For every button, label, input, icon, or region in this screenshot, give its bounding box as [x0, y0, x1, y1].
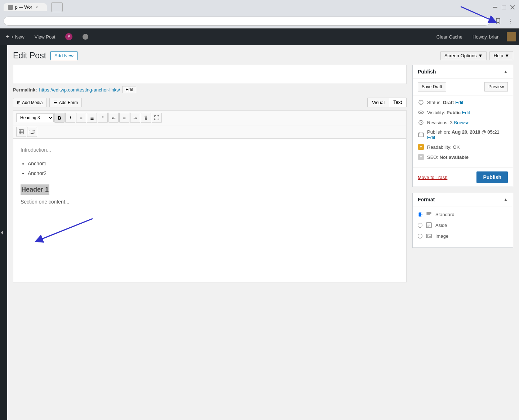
- permalink-label: Permalink:: [13, 87, 37, 93]
- table-button[interactable]: [16, 127, 26, 137]
- page-title: Edit Post: [13, 51, 46, 61]
- bookmark-icon[interactable]: [493, 16, 503, 26]
- format-image-label: Image: [435, 233, 448, 239]
- revisions-label: Revisions: 3 Browse: [427, 120, 470, 125]
- svg-rect-1: [502, 5, 506, 9]
- browser-tab[interactable]: p — Wor ×: [4, 3, 47, 11]
- svg-rect-15: [33, 130, 34, 131]
- publish-actions: Save Draft Preview: [413, 79, 513, 95]
- yoast-readability-icon: Y: [418, 144, 424, 150]
- add-media-button[interactable]: ⊞ Add Media: [13, 98, 46, 107]
- content-layout: Testing Anchor Links Permalink: https://…: [13, 65, 513, 282]
- align-center-button[interactable]: ≡: [119, 113, 129, 123]
- post-editor: Testing Anchor Links Permalink: https://…: [13, 65, 407, 282]
- svg-rect-18: [31, 132, 31, 133]
- svg-rect-20: [33, 132, 34, 133]
- new-tab-button[interactable]: [51, 2, 63, 12]
- admin-bar-view-post[interactable]: View Post: [32, 33, 58, 41]
- move-to-trash-link[interactable]: Move to Trash: [418, 175, 447, 180]
- svg-point-29: [420, 112, 422, 113]
- tab-visual[interactable]: Visual: [368, 98, 389, 107]
- format-aside-radio[interactable]: [418, 223, 422, 228]
- admin-bar-new[interactable]: + + New: [3, 32, 27, 42]
- help-button[interactable]: Help ▼: [489, 51, 513, 60]
- italic-button[interactable]: I: [65, 113, 75, 123]
- user-avatar: [507, 32, 516, 41]
- publish-collapse-icon: ▲: [504, 69, 508, 74]
- circle-icon: [83, 34, 88, 40]
- help-chevron-icon: ▼: [505, 53, 509, 58]
- menu-icon[interactable]: ⋮: [505, 16, 515, 26]
- visibility-label: Visibility: Public Edit: [427, 110, 470, 115]
- calendar-icon: [418, 131, 424, 138]
- status-edit-link[interactable]: Edit: [455, 100, 463, 105]
- howdy-label[interactable]: Howdy, brian: [470, 33, 502, 41]
- media-icon: ⊞: [17, 100, 21, 105]
- align-left-button[interactable]: ⇤: [108, 113, 119, 123]
- format-select[interactable]: ParagraphHeading 1Heading 2Heading 3Head…: [16, 113, 54, 122]
- readability-label: Readability: OK: [427, 144, 460, 150]
- format-box-title: Format: [418, 197, 435, 202]
- permalink-edit-button[interactable]: Edit: [122, 86, 136, 93]
- svg-rect-31: [418, 133, 423, 137]
- align-right-button[interactable]: ⇥: [130, 113, 140, 123]
- format-aside-icon: [425, 222, 432, 229]
- maximize-button[interactable]: [501, 4, 507, 10]
- svg-rect-12: [30, 130, 30, 131]
- publish-meta-box-header[interactable]: Publish ▲: [413, 65, 513, 79]
- keyboard-button[interactable]: [27, 127, 37, 137]
- publish-meta-box: Publish ▲ Save Draft Preview: [412, 65, 513, 187]
- screen-options-button[interactable]: Screen Options ▼: [440, 51, 487, 60]
- readability-row: Y Readability: OK: [418, 144, 508, 150]
- publish-date-edit-link[interactable]: Edit: [427, 135, 435, 140]
- publish-date-value: Aug 20, 2018 @ 05:21: [452, 129, 500, 135]
- preview-button[interactable]: Preview: [484, 82, 508, 91]
- format-collapse-icon: ▲: [504, 197, 508, 202]
- post-title-input[interactable]: Testing Anchor Links: [13, 65, 407, 84]
- add-form-button[interactable]: ☰ Add Form: [49, 98, 82, 107]
- svg-rect-0: [493, 7, 497, 8]
- ordered-list-button[interactable]: ≣: [87, 113, 97, 123]
- visibility-edit-link[interactable]: Edit: [462, 110, 470, 115]
- readability-value: OK: [453, 144, 460, 150]
- publish-box-title: Publish: [418, 69, 436, 75]
- format-box-content: Standard Aside: [413, 206, 513, 247]
- format-image-icon: [425, 232, 432, 240]
- format-meta-box-header[interactable]: Format ▲: [413, 193, 513, 206]
- tab-favicon: [8, 5, 13, 10]
- save-draft-button[interactable]: Save Draft: [418, 82, 446, 91]
- svg-rect-19: [32, 132, 32, 133]
- status-row: Status: Draft Edit: [418, 99, 508, 106]
- clear-cache-button[interactable]: Clear Cache: [434, 33, 465, 41]
- add-new-button[interactable]: Add New: [50, 51, 77, 60]
- minimize-button[interactable]: [492, 4, 498, 10]
- header-1-text: Header 1: [21, 184, 49, 195]
- editor-content[interactable]: Introduction... Anchor1 Anchor2 Header 1…: [13, 138, 407, 282]
- format-image-radio[interactable]: [418, 234, 422, 238]
- address-input[interactable]: ://editwp.com/: [4, 17, 490, 26]
- seo-label: SEO: Not available: [427, 155, 469, 160]
- sidebar-collapse-tab[interactable]: [0, 45, 7, 420]
- blockquote-button[interactable]: “: [98, 113, 108, 123]
- page-header: Edit Post Add New Screen Options ▼ Help …: [13, 51, 513, 61]
- admin-bar-yoast[interactable]: Y: [62, 32, 75, 42]
- admin-bar: + + New View Post Y Clear Cache Howdy, b…: [0, 28, 519, 45]
- admin-bar-circle[interactable]: [80, 32, 91, 41]
- fullscreen-button[interactable]: [152, 113, 162, 123]
- publish-button[interactable]: Publish: [476, 171, 508, 183]
- tab-close-button[interactable]: ×: [34, 5, 39, 10]
- svg-line-24: [39, 219, 93, 240]
- yoast-seo-icon: Y: [418, 154, 424, 160]
- tab-text[interactable]: Text: [389, 98, 406, 107]
- link-button[interactable]: [141, 113, 151, 123]
- unordered-list-button[interactable]: ≡: [76, 113, 86, 123]
- format-toolbar-2: [13, 125, 407, 138]
- tab-title: p — Wor: [15, 5, 32, 10]
- close-button[interactable]: [510, 4, 515, 10]
- format-standard-radio[interactable]: [418, 212, 422, 217]
- publish-footer: Move to Trash Publish: [413, 167, 513, 187]
- revisions-browse-link[interactable]: Browse: [454, 120, 469, 125]
- permalink-url[interactable]: https://editwp.com/testing-anchor-links/: [39, 87, 120, 93]
- bold-button[interactable]: B: [54, 113, 65, 123]
- visibility-row: Visibility: Public Edit: [418, 109, 508, 116]
